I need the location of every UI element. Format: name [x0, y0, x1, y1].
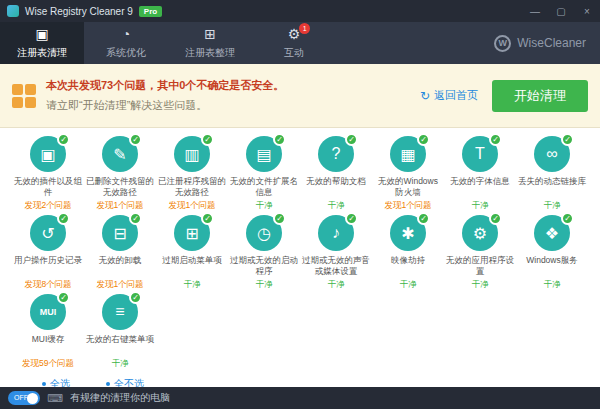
tab-registry-cleanup[interactable]: ▣ 注册表清理: [0, 22, 84, 64]
check-icon[interactable]: ✓: [561, 133, 574, 146]
app-icon: [7, 5, 19, 17]
maximize-button[interactable]: ▢: [548, 0, 574, 22]
item-label: 用户操作历史记录: [14, 255, 82, 277]
item-status: 发现59个问题: [22, 358, 74, 370]
item-status: 发现1个问题: [168, 200, 215, 212]
scan-item-13[interactable]: ♪ ✓ 过期或无效的声音或媒体设置 干净: [300, 215, 372, 291]
tab-community[interactable]: ⚙ 1 互动: [252, 22, 336, 64]
start-clean-button[interactable]: 开始清理: [492, 80, 588, 112]
item-label: 无效的Windows防火墙: [374, 176, 442, 198]
speedometer-icon: ◔: [122, 27, 130, 43]
scan-items-grid: ▣ ✓ 无效的插件以及组件 发现2个问题 ✎ ✓ 已删除文件残留的无效路径 发现…: [12, 136, 588, 370]
scan-item-8[interactable]: ∞ ✓ 丢失的动态链接库 干净: [516, 136, 588, 212]
select-all-link[interactable]: 全选: [42, 377, 70, 387]
bullet-icon: [106, 382, 110, 386]
summary-text: 本次共发现73个问题，其中0个不确定是否安全。 请立即“开始清理”解决这些问题。: [46, 78, 420, 113]
item-label: Windows服务: [526, 255, 577, 277]
item-label: 过期启动菜单项: [162, 255, 222, 277]
statusbar-text: 有规律的清理你的电脑: [70, 391, 170, 405]
toggle-label: OFF: [14, 394, 28, 401]
check-icon[interactable]: ✓: [57, 212, 70, 225]
item-label: 无效的字体信息: [450, 176, 510, 198]
check-icon[interactable]: ✓: [57, 291, 70, 304]
wisecleaner-logo[interactable]: W WiseCleaner: [494, 22, 600, 64]
tab-label: 互动: [284, 46, 304, 60]
item-status: 干净: [256, 200, 273, 212]
scan-item-16[interactable]: ❖ ✓ Windows服务 干净: [516, 215, 588, 291]
check-icon[interactable]: ✓: [345, 133, 358, 146]
logo-w-icon: W: [494, 35, 511, 52]
scan-item-6[interactable]: ▦ ✓ 无效的Windows防火墙 发现1个问题: [372, 136, 444, 212]
scan-item-3[interactable]: ▥ ✓ 已注册程序残留的无效路径 发现1个问题: [156, 136, 228, 212]
summary-line2: 请立即“开始清理”解决这些问题。: [46, 98, 420, 113]
gear-icon: ⚙ 1: [288, 27, 301, 43]
check-icon[interactable]: ✓: [201, 133, 214, 146]
item-status: 干净: [544, 279, 561, 291]
check-icon[interactable]: ✓: [561, 212, 574, 225]
scan-item-2[interactable]: ✎ ✓ 已删除文件残留的无效路径 发现1个问题: [84, 136, 156, 212]
item-label: 无效的应用程序设置: [446, 255, 514, 277]
tab-registry-defrag[interactable]: ⊞ 注册表整理: [168, 22, 252, 64]
select-none-link[interactable]: 全不选: [106, 377, 144, 387]
check-icon[interactable]: ✓: [417, 212, 430, 225]
item-label: 过期或无效的启动程序: [230, 255, 298, 277]
scan-item-17[interactable]: MUI ✓ MUI缓存 发现59个问题: [12, 294, 84, 370]
check-icon[interactable]: ✓: [129, 212, 142, 225]
computer-icon: ⌨: [47, 392, 63, 405]
registry-clean-icon: ▣: [35, 27, 48, 43]
bullet-icon: [42, 382, 46, 386]
scan-item-18[interactable]: ≡ ✓ 无效的右键菜单项 干净: [84, 294, 156, 370]
item-status: 干净: [472, 279, 489, 291]
item-status: 干净: [184, 279, 201, 291]
scan-item-15[interactable]: ⚙ ✓ 无效的应用程序设置 干净: [444, 215, 516, 291]
select-none-label: 全不选: [114, 377, 144, 387]
item-label: 丢失的动态链接库: [518, 176, 586, 198]
check-icon[interactable]: ✓: [489, 133, 502, 146]
check-icon[interactable]: ✓: [417, 133, 430, 146]
item-status: 干净: [328, 279, 345, 291]
check-icon[interactable]: ✓: [345, 212, 358, 225]
item-status: 发现8个问题: [24, 279, 71, 291]
window-title: Wise Registry Cleaner 9: [25, 6, 133, 17]
defrag-icon: ⊞: [204, 27, 216, 43]
close-button[interactable]: ×: [574, 0, 600, 22]
check-icon[interactable]: ✓: [273, 133, 286, 146]
item-status: 发现2个问题: [24, 200, 71, 212]
scan-item-12[interactable]: ◷ ✓ 过期或无效的启动程序 干净: [228, 215, 300, 291]
check-icon[interactable]: ✓: [57, 133, 70, 146]
scan-item-5[interactable]: ? ✓ 无效的帮助文档 干净: [300, 136, 372, 212]
window-controls: — ▢ ×: [522, 0, 600, 22]
item-label: MUI缓存: [32, 334, 65, 356]
item-label: 已删除文件残留的无效路径: [86, 176, 154, 198]
check-icon[interactable]: ✓: [129, 133, 142, 146]
minimize-button[interactable]: —: [522, 0, 548, 22]
tab-system-tuneup[interactable]: ◔ 系统优化: [84, 22, 168, 64]
item-status: 干净: [112, 358, 129, 370]
scan-item-4[interactable]: ▤ ✓ 无效的文件扩展名信息 干净: [228, 136, 300, 212]
scan-item-11[interactable]: ⊞ ✓ 过期启动菜单项 干净: [156, 215, 228, 291]
item-label: 过期或无效的声音或媒体设置: [302, 255, 370, 277]
item-label: 已注册程序残留的无效路径: [158, 176, 226, 198]
scan-item-9[interactable]: ↺ ✓ 用户操作历史记录 发现8个问题: [12, 215, 84, 291]
schedule-toggle[interactable]: OFF: [8, 391, 40, 405]
scan-item-10[interactable]: ⊟ ✓ 无效的卸载 发现1个问题: [84, 215, 156, 291]
check-icon[interactable]: ✓: [489, 212, 502, 225]
select-all-label: 全选: [50, 377, 70, 387]
item-status: 干净: [256, 279, 273, 291]
refresh-icon: ↻: [420, 89, 430, 103]
check-icon[interactable]: ✓: [201, 212, 214, 225]
pro-badge: Pro: [139, 6, 162, 17]
nav-tabs: ▣ 注册表清理 ◔ 系统优化 ⊞ 注册表整理 ⚙ 1 互动: [0, 22, 336, 64]
item-label: 无效的插件以及组件: [14, 176, 82, 198]
tab-label: 注册表清理: [17, 46, 67, 60]
scan-item-1[interactable]: ▣ ✓ 无效的插件以及组件 发现2个问题: [12, 136, 84, 212]
item-label: 映像劫持: [391, 255, 425, 277]
check-icon[interactable]: ✓: [273, 212, 286, 225]
scan-item-14[interactable]: ✱ ✓ 映像劫持 干净: [372, 215, 444, 291]
back-home-link[interactable]: ↻ 返回首页: [420, 88, 478, 103]
scan-item-7[interactable]: T ✓ 无效的字体信息 干净: [444, 136, 516, 212]
tab-label: 系统优化: [106, 46, 146, 60]
notification-badge: 1: [299, 23, 310, 34]
check-icon[interactable]: ✓: [129, 291, 142, 304]
item-label: 无效的卸载: [99, 255, 142, 277]
